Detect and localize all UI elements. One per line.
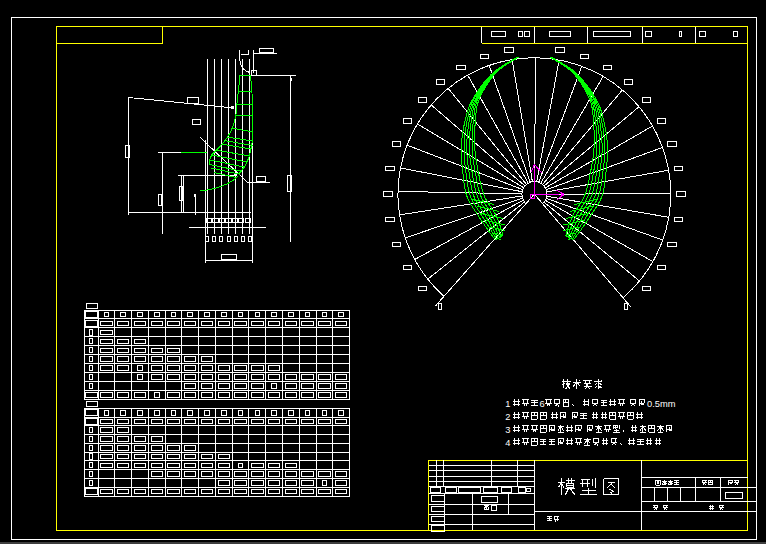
svg-text:2: 2	[505, 412, 510, 422]
svg-text:0.5mm: 0.5mm	[647, 399, 676, 409]
svg-text:1: 1	[505, 399, 510, 409]
svg-text:4: 4	[505, 438, 510, 448]
svg-text:6: 6	[540, 399, 545, 409]
svg-text:3: 3	[505, 425, 510, 435]
